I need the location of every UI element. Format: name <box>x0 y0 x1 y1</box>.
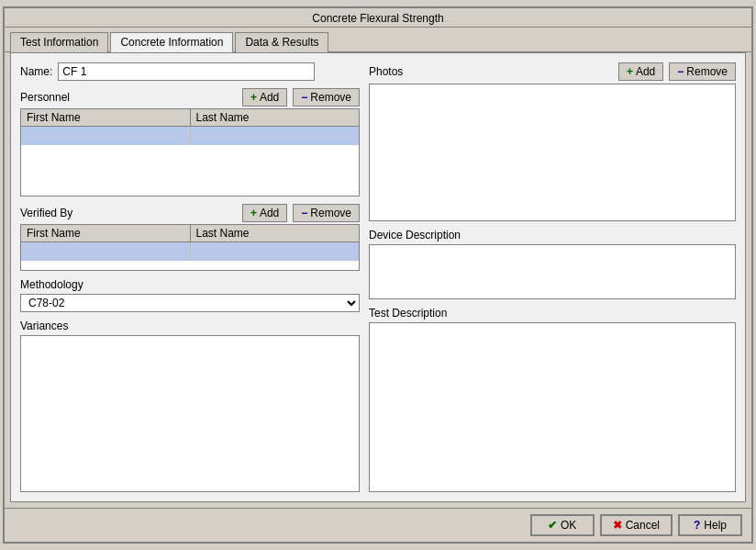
personnel-header: Personnel + Add − Remove <box>20 88 360 107</box>
x-icon: ✖ <box>613 519 622 532</box>
photos-label: Photos <box>369 65 403 78</box>
verified-by-header: Verified By + Add − Remove <box>20 204 360 222</box>
personnel-add-button[interactable]: + Add <box>242 88 287 107</box>
verified-by-label: Verified By <box>20 207 72 219</box>
methodology-label: Methodology <box>20 278 360 291</box>
tab-concrete-information[interactable]: Concrete Information <box>110 32 233 52</box>
verified-col-firstname: First Name <box>21 225 191 241</box>
table-row[interactable] <box>21 242 359 261</box>
name-label: Name: <box>20 65 52 78</box>
test-description-section: Test Description <box>369 307 736 492</box>
personnel-firstname-cell <box>21 127 191 145</box>
help-label: Help <box>704 519 727 532</box>
verified-lastname-cell <box>191 242 360 261</box>
photos-add-plus-icon: + <box>627 65 633 78</box>
left-panel: Name: Personnel + Add − Remove <box>20 62 360 492</box>
verified-col-lastname: Last Name <box>191 225 360 241</box>
tab-test-information[interactable]: Test Information <box>10 32 108 52</box>
personnel-section: Personnel + Add − Remove Firs <box>20 88 360 196</box>
variances-label: Variances <box>20 320 360 332</box>
verified-table-body <box>21 242 359 270</box>
verified-by-table: First Name Last Name <box>20 224 360 271</box>
verified-firstname-cell <box>21 242 191 261</box>
methodology-select[interactable]: C78-02 C293 ASTM C78 <box>20 294 360 312</box>
verified-remove-minus-icon: − <box>301 207 307 219</box>
cancel-label: Cancel <box>626 519 660 532</box>
ok-label: OK <box>561 519 576 532</box>
test-description-textarea[interactable] <box>369 322 736 492</box>
personnel-table-header: First Name Last Name <box>21 109 359 127</box>
photos-add-button[interactable]: + Add <box>618 62 663 81</box>
right-panel: Photos + Add − Remove <box>369 62 736 492</box>
methodology-section: Methodology C78-02 C293 ASTM C78 <box>20 278 360 312</box>
verified-by-section: Verified By + Add − Remove Fi <box>20 204 360 271</box>
verified-add-button[interactable]: + Add <box>242 204 287 222</box>
tab-data-results[interactable]: Data & Results <box>235 32 328 52</box>
device-description-box <box>369 244 736 299</box>
remove-minus-icon: − <box>301 91 307 104</box>
test-description-label: Test Description <box>369 307 736 320</box>
personnel-col-firstname: First Name <box>21 109 191 126</box>
help-button[interactable]: ? Help <box>678 514 742 536</box>
verified-by-buttons: + Add − Remove <box>242 204 360 222</box>
photos-remove-minus-icon: − <box>677 65 684 78</box>
question-icon: ? <box>694 519 700 532</box>
verified-table-header: First Name Last Name <box>21 225 359 242</box>
ok-button[interactable]: ✔ OK <box>530 514 595 536</box>
device-description-section: Device Description <box>369 229 736 299</box>
device-description-label: Device Description <box>369 229 736 241</box>
verified-add-plus-icon: + <box>250 207 257 219</box>
personnel-buttons: + Add − Remove <box>242 88 360 107</box>
check-icon: ✔ <box>548 519 557 532</box>
personnel-col-lastname: Last Name <box>191 109 360 126</box>
table-row[interactable] <box>21 127 359 145</box>
personnel-lastname-cell <box>191 127 360 145</box>
content-area: Name: Personnel + Add − Remove <box>10 52 746 502</box>
add-plus-icon: + <box>250 91 257 104</box>
personnel-label: Personnel <box>20 91 70 104</box>
title-bar: Concrete Flexural Strength <box>5 8 751 28</box>
photos-box <box>369 84 736 221</box>
window-title: Concrete Flexural Strength <box>312 12 443 25</box>
name-input[interactable] <box>58 62 315 81</box>
cancel-button[interactable]: ✖ Cancel <box>600 514 673 536</box>
photos-header: Photos + Add − Remove <box>369 62 736 81</box>
photos-buttons: + Add − Remove <box>618 62 736 81</box>
personnel-table: First Name Last Name <box>20 108 360 196</box>
main-window: Concrete Flexural Strength Test Informat… <box>3 6 753 544</box>
verified-remove-button[interactable]: − Remove <box>293 204 360 222</box>
name-row: Name: <box>20 62 360 81</box>
photos-section: Photos + Add − Remove <box>369 62 736 221</box>
personnel-table-body <box>21 127 359 196</box>
personnel-remove-button[interactable]: − Remove <box>293 88 360 107</box>
variances-section: Variances <box>20 320 360 492</box>
photos-remove-button[interactable]: − Remove <box>669 62 736 81</box>
tab-bar: Test Information Concrete Information Da… <box>5 28 751 52</box>
footer: ✔ OK ✖ Cancel ? Help <box>5 508 751 542</box>
variances-textarea[interactable] <box>20 335 360 492</box>
